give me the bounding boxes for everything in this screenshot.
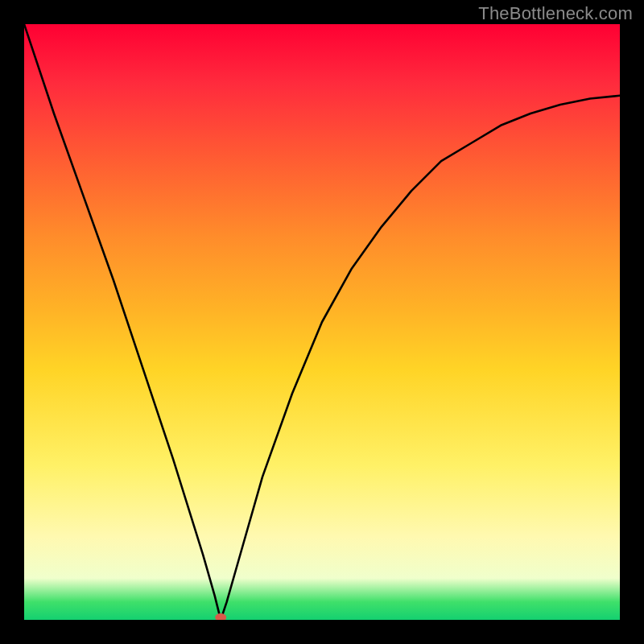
chart-frame: TheBottleneck.com [0,0,644,644]
watermark-text: TheBottleneck.com [478,3,633,24]
curve-svg [24,24,620,620]
optimal-point-marker [215,613,226,620]
plot-area [24,24,620,620]
bottleneck-curve [24,24,620,620]
